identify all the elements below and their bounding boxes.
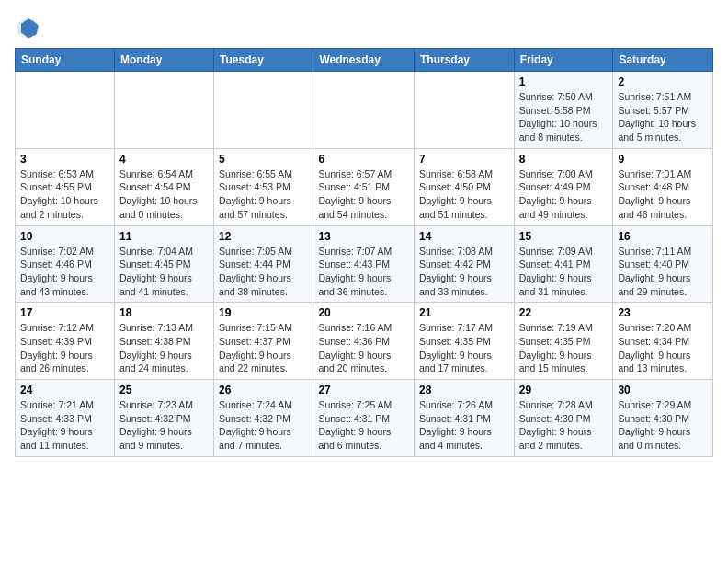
day-number: 19 <box>219 306 308 319</box>
day-info: Sunrise: 7:13 AM Sunset: 4:38 PM Dayligh… <box>119 321 209 375</box>
day-number: 17 <box>20 306 109 319</box>
day-number: 23 <box>618 306 708 319</box>
day-number: 24 <box>20 384 109 396</box>
weekday-header-thursday: Thursday <box>415 49 515 72</box>
calendar-cell <box>214 72 313 149</box>
day-info: Sunrise: 7:19 AM Sunset: 4:35 PM Dayligh… <box>519 321 609 375</box>
day-number: 26 <box>219 384 308 396</box>
day-info: Sunrise: 7:17 AM Sunset: 4:35 PM Dayligh… <box>419 321 509 375</box>
calendar-cell: 1Sunrise: 7:50 AM Sunset: 5:58 PM Daylig… <box>514 72 613 149</box>
calendar-cell: 23Sunrise: 7:20 AM Sunset: 4:34 PM Dayli… <box>613 303 713 380</box>
calendar-cell: 10Sunrise: 7:02 AM Sunset: 4:46 PM Dayli… <box>16 225 115 303</box>
weekday-header-friday: Friday <box>514 49 613 72</box>
day-number: 4 <box>119 153 209 166</box>
calendar-cell: 29Sunrise: 7:28 AM Sunset: 4:30 PM Dayli… <box>514 380 613 457</box>
calendar-cell: 18Sunrise: 7:13 AM Sunset: 4:38 PM Dayli… <box>114 303 213 380</box>
day-info: Sunrise: 7:04 AM Sunset: 4:45 PM Dayligh… <box>119 245 209 299</box>
day-number: 6 <box>318 153 409 166</box>
calendar-cell: 15Sunrise: 7:09 AM Sunset: 4:41 PM Dayli… <box>514 225 613 303</box>
day-info: Sunrise: 7:11 AM Sunset: 4:40 PM Dayligh… <box>618 245 708 299</box>
day-number: 8 <box>519 153 609 166</box>
day-number: 29 <box>519 384 609 396</box>
day-info: Sunrise: 7:26 AM Sunset: 4:31 PM Dayligh… <box>419 398 509 453</box>
calendar-cell: 6Sunrise: 6:57 AM Sunset: 4:51 PM Daylig… <box>313 148 415 225</box>
day-number: 20 <box>318 306 409 319</box>
day-number: 3 <box>20 153 109 166</box>
day-info: Sunrise: 7:15 AM Sunset: 4:37 PM Dayligh… <box>219 321 308 375</box>
day-info: Sunrise: 6:55 AM Sunset: 4:53 PM Dayligh… <box>219 167 308 222</box>
calendar-cell <box>313 72 415 149</box>
day-info: Sunrise: 6:54 AM Sunset: 4:54 PM Dayligh… <box>119 167 209 222</box>
calendar-cell: 21Sunrise: 7:17 AM Sunset: 4:35 PM Dayli… <box>415 303 515 380</box>
day-info: Sunrise: 6:57 AM Sunset: 4:51 PM Dayligh… <box>318 167 409 222</box>
day-number: 22 <box>519 306 609 319</box>
day-number: 28 <box>419 384 509 396</box>
calendar-cell: 14Sunrise: 7:08 AM Sunset: 4:42 PM Dayli… <box>415 225 515 303</box>
calendar-cell: 30Sunrise: 7:29 AM Sunset: 4:30 PM Dayli… <box>613 380 713 457</box>
calendar-cell: 3Sunrise: 6:53 AM Sunset: 4:55 PM Daylig… <box>16 148 115 225</box>
day-info: Sunrise: 6:53 AM Sunset: 4:55 PM Dayligh… <box>20 167 109 222</box>
day-number: 15 <box>519 230 609 243</box>
calendar-cell: 12Sunrise: 7:05 AM Sunset: 4:44 PM Dayli… <box>214 225 313 303</box>
calendar-cell: 4Sunrise: 6:54 AM Sunset: 4:54 PM Daylig… <box>114 148 213 225</box>
calendar-cell: 7Sunrise: 6:58 AM Sunset: 4:50 PM Daylig… <box>415 148 515 225</box>
logo <box>15 15 44 40</box>
day-info: Sunrise: 7:20 AM Sunset: 4:34 PM Dayligh… <box>618 321 708 375</box>
day-info: Sunrise: 7:00 AM Sunset: 4:49 PM Dayligh… <box>519 167 609 222</box>
day-info: Sunrise: 7:09 AM Sunset: 4:41 PM Dayligh… <box>519 245 609 299</box>
weekday-header-wednesday: Wednesday <box>313 49 415 72</box>
calendar-week-5: 24Sunrise: 7:21 AM Sunset: 4:33 PM Dayli… <box>16 380 713 457</box>
calendar-cell: 25Sunrise: 7:23 AM Sunset: 4:32 PM Dayli… <box>114 380 213 457</box>
weekday-header-saturday: Saturday <box>613 49 713 72</box>
day-number: 12 <box>219 230 308 243</box>
day-number: 7 <box>419 153 509 166</box>
day-number: 9 <box>618 153 708 166</box>
day-info: Sunrise: 7:16 AM Sunset: 4:36 PM Dayligh… <box>318 321 409 375</box>
day-info: Sunrise: 7:24 AM Sunset: 4:32 PM Dayligh… <box>219 398 308 453</box>
day-number: 21 <box>419 306 509 319</box>
day-info: Sunrise: 7:23 AM Sunset: 4:32 PM Dayligh… <box>119 398 209 453</box>
weekday-header-tuesday: Tuesday <box>214 49 313 72</box>
day-number: 13 <box>318 230 409 243</box>
day-info: Sunrise: 7:05 AM Sunset: 4:44 PM Dayligh… <box>219 245 308 299</box>
day-info: Sunrise: 6:58 AM Sunset: 4:50 PM Dayligh… <box>419 167 509 222</box>
day-info: Sunrise: 7:51 AM Sunset: 5:57 PM Dayligh… <box>618 90 708 144</box>
calendar-cell: 17Sunrise: 7:12 AM Sunset: 4:39 PM Dayli… <box>16 303 115 380</box>
calendar-cell <box>114 72 213 149</box>
calendar-cell: 9Sunrise: 7:01 AM Sunset: 4:48 PM Daylig… <box>613 148 713 225</box>
logo-icon <box>15 15 40 40</box>
day-info: Sunrise: 7:50 AM Sunset: 5:58 PM Dayligh… <box>519 90 609 144</box>
calendar-cell: 20Sunrise: 7:16 AM Sunset: 4:36 PM Dayli… <box>313 303 415 380</box>
day-info: Sunrise: 7:07 AM Sunset: 4:43 PM Dayligh… <box>318 245 409 299</box>
calendar-cell: 2Sunrise: 7:51 AM Sunset: 5:57 PM Daylig… <box>613 72 713 149</box>
day-number: 16 <box>618 230 708 243</box>
calendar-cell: 22Sunrise: 7:19 AM Sunset: 4:35 PM Dayli… <box>514 303 613 380</box>
calendar-table: SundayMondayTuesdayWednesdayThursdayFrid… <box>15 48 713 457</box>
calendar-cell: 24Sunrise: 7:21 AM Sunset: 4:33 PM Dayli… <box>16 380 115 457</box>
page-header <box>15 15 713 40</box>
day-number: 30 <box>618 384 708 396</box>
day-info: Sunrise: 7:02 AM Sunset: 4:46 PM Dayligh… <box>20 245 109 299</box>
calendar-cell: 5Sunrise: 6:55 AM Sunset: 4:53 PM Daylig… <box>214 148 313 225</box>
calendar-cell <box>16 72 115 149</box>
day-number: 11 <box>119 230 209 243</box>
day-number: 25 <box>119 384 209 396</box>
calendar-week-2: 3Sunrise: 6:53 AM Sunset: 4:55 PM Daylig… <box>16 148 713 225</box>
day-number: 5 <box>219 153 308 166</box>
weekday-header-sunday: Sunday <box>16 49 115 72</box>
day-number: 1 <box>519 75 609 88</box>
day-info: Sunrise: 7:08 AM Sunset: 4:42 PM Dayligh… <box>419 245 509 299</box>
calendar-week-3: 10Sunrise: 7:02 AM Sunset: 4:46 PM Dayli… <box>16 225 713 303</box>
day-number: 14 <box>419 230 509 243</box>
day-number: 18 <box>119 306 209 319</box>
day-info: Sunrise: 7:01 AM Sunset: 4:48 PM Dayligh… <box>618 167 708 222</box>
day-number: 27 <box>318 384 409 396</box>
calendar-week-4: 17Sunrise: 7:12 AM Sunset: 4:39 PM Dayli… <box>16 303 713 380</box>
day-number: 2 <box>618 75 708 88</box>
calendar-cell: 26Sunrise: 7:24 AM Sunset: 4:32 PM Dayli… <box>214 380 313 457</box>
day-info: Sunrise: 7:21 AM Sunset: 4:33 PM Dayligh… <box>20 398 109 453</box>
day-info: Sunrise: 7:29 AM Sunset: 4:30 PM Dayligh… <box>618 398 708 453</box>
day-info: Sunrise: 7:12 AM Sunset: 4:39 PM Dayligh… <box>20 321 109 375</box>
weekday-header-monday: Monday <box>114 49 213 72</box>
calendar-body: 1Sunrise: 7:50 AM Sunset: 5:58 PM Daylig… <box>16 72 713 457</box>
